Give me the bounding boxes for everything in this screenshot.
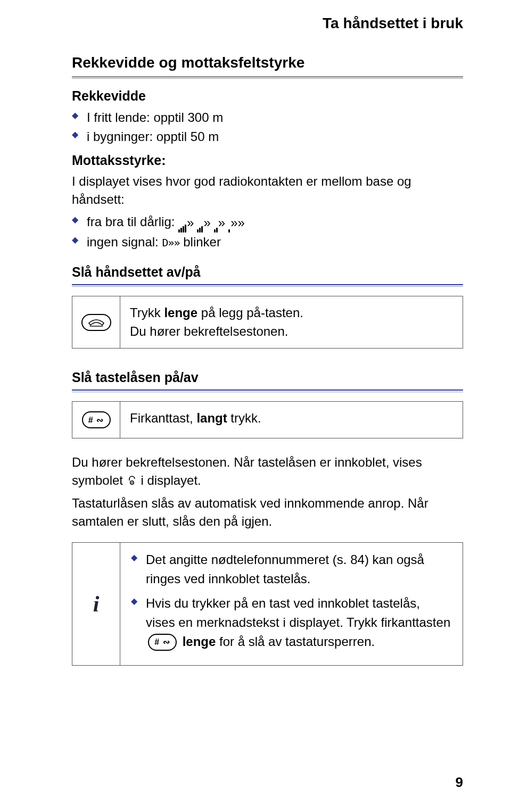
- blinker-text: blinker: [183, 235, 221, 249]
- section-heading-range: Rekkevidde og mottaksfeltstyrke: [72, 54, 463, 71]
- instruction-box-onoff: Trykk lenge på legg på-tasten. Du hører …: [72, 296, 463, 349]
- key-icon-cell: [72, 296, 120, 349]
- info-icon-cell: i: [72, 543, 120, 665]
- hash-key-icon: # ∾: [82, 411, 111, 428]
- section-heading-keypad-lock: Slå tastelåsen på/av: [72, 370, 463, 385]
- instruction-text: Firkanttast, langt trykk.: [120, 402, 463, 438]
- hash-key-icon: # ∾: [148, 634, 177, 651]
- hangup-key-icon: [81, 314, 111, 331]
- signal-3-icon: »: [197, 213, 210, 233]
- instruction-text: Trykk lenge på legg på-tasten. Du hører …: [120, 296, 463, 349]
- text: trykk.: [227, 411, 261, 425]
- divider: [72, 284, 463, 287]
- info-list: Det angitte nødtelefonnummeret (s. 84) k…: [131, 550, 452, 651]
- signal-2-icon: »: [214, 213, 225, 233]
- no-signal-icon: D»»: [162, 236, 179, 249]
- info-content: Det angitte nødtelefonnummeret (s. 84) k…: [120, 543, 463, 665]
- text: Hvis du trykker på en tast ved innkoblet…: [146, 596, 450, 629]
- list-item: I fritt lende: opptil 300 m: [72, 108, 463, 127]
- signal-4-icon: »: [178, 213, 194, 233]
- text: i displayet.: [141, 473, 201, 487]
- paragraph: Tastaturlåsen slås av automatisk ved inn…: [72, 494, 463, 530]
- subheading-strength: Mottaksstyrke:: [72, 153, 463, 168]
- subheading-range: Rekkevidde: [72, 88, 463, 104]
- divider: [72, 77, 463, 80]
- list-item: ingen signal: D»» blinker: [72, 233, 463, 252]
- strength-prefix: fra bra til dårlig:: [87, 214, 175, 229]
- hash-key-label: # ∾: [88, 415, 104, 425]
- strength-intro: I displayet vises hvor god radiokontakte…: [72, 172, 463, 208]
- nosignal-prefix: ingen signal:: [87, 235, 159, 249]
- text: Du hører bekreftelsestonen. Når tastelås…: [72, 455, 422, 487]
- text: Trykk: [130, 305, 164, 320]
- list-item: Hvis du trykker på en tast ved innkoblet…: [131, 594, 452, 651]
- text: for å slå av tastatursperren.: [216, 634, 375, 649]
- list-item: i bygninger: opptil 50 m: [72, 127, 463, 146]
- lock-icon: [127, 473, 137, 491]
- text: på legg på-tasten.: [197, 305, 303, 320]
- svg-point-2: [131, 482, 133, 483]
- text: Du hører bekreftelsestonen.: [130, 324, 288, 338]
- signal-1-icon: »»: [228, 213, 245, 233]
- info-box: i Det angitte nødtelefonnummeret (s. 84)…: [72, 542, 463, 666]
- list-item: fra bra til dårlig: » » » »»: [72, 212, 463, 233]
- strength-list: fra bra til dårlig: » » » »» ingen signa…: [72, 212, 463, 252]
- info-icon: i: [93, 591, 100, 617]
- hash-key-label: # ∾: [154, 636, 170, 649]
- text-strong: lenge: [183, 634, 216, 649]
- signal-strength-icons: » » » »»: [178, 213, 245, 233]
- text: Firkanttast,: [130, 411, 196, 425]
- page: Ta håndsettet i bruk Rekkevidde og motta…: [0, 0, 511, 812]
- paragraph: Du hører bekreftelsestonen. Når tastelås…: [72, 453, 463, 490]
- page-number: 9: [456, 774, 463, 791]
- page-header-title: Ta håndsettet i bruk: [72, 15, 463, 32]
- handset-down-icon: [87, 318, 105, 327]
- text-strong: lenge: [164, 305, 197, 320]
- key-icon-cell: # ∾: [72, 402, 120, 438]
- list-item: Det angitte nødtelefonnummeret (s. 84) k…: [131, 550, 452, 589]
- text-strong: langt: [196, 411, 227, 425]
- instruction-box-keypad: # ∾ Firkanttast, langt trykk.: [72, 401, 463, 438]
- divider: [72, 390, 463, 393]
- range-list: I fritt lende: opptil 300 m i bygninger:…: [72, 108, 463, 146]
- subheading-onoff: Slå håndsettet av/på: [72, 264, 463, 280]
